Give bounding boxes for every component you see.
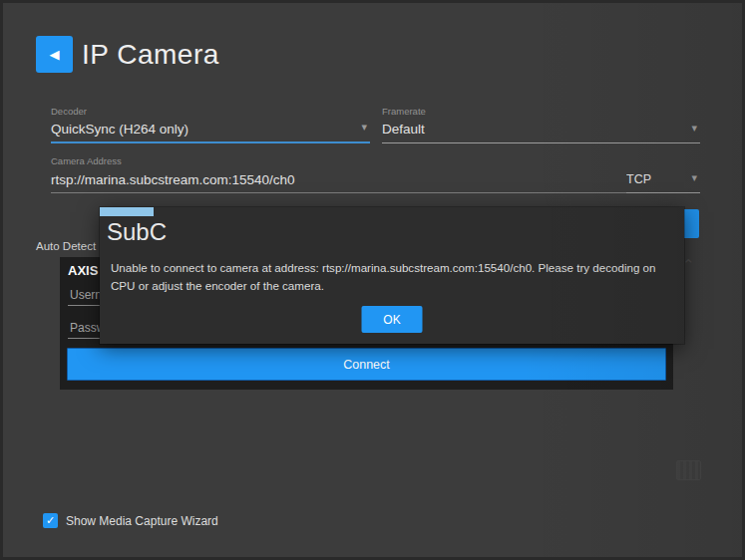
framerate-value: Default bbox=[382, 120, 700, 140]
decoder-label: Decoder bbox=[51, 106, 370, 117]
connect-button[interactable]: Connect bbox=[67, 348, 666, 381]
back-arrow-icon: ◀ bbox=[50, 47, 60, 62]
camera-address-field: Camera Address bbox=[51, 155, 649, 193]
page-title: IP Camera bbox=[82, 36, 219, 73]
camera-address-input[interactable] bbox=[51, 169, 649, 189]
chevron-down-icon: ▾ bbox=[691, 122, 697, 135]
transport-dropdown[interactable]: TCP ▾ bbox=[626, 155, 700, 193]
ok-button-label: OK bbox=[383, 313, 400, 327]
connect-button-label: Connect bbox=[343, 358, 390, 372]
camera-address-label: Camera Address bbox=[51, 155, 649, 166]
dialog-accent-bar bbox=[100, 207, 154, 216]
wizard-checkbox-label: Show Media Capture Wizard bbox=[66, 514, 218, 528]
dialog-title: SubC bbox=[107, 218, 167, 246]
dialog-message: Unable to connect to camera at address: … bbox=[111, 259, 675, 295]
camera-thumbnail-icon bbox=[676, 460, 701, 480]
chevron-down-icon: ▾ bbox=[361, 121, 367, 134]
error-dialog: SubC Unable to connect to camera at addr… bbox=[100, 207, 684, 344]
ok-button[interactable]: OK bbox=[362, 306, 423, 333]
back-button[interactable]: ◀ bbox=[36, 36, 73, 73]
framerate-dropdown[interactable]: Framerate Default ▾ bbox=[382, 106, 700, 143]
decoder-dropdown[interactable]: Decoder QuickSync (H264 only) ▾ bbox=[51, 106, 370, 143]
chevron-down-icon: ▾ bbox=[691, 171, 697, 184]
transport-value: TCP bbox=[626, 169, 700, 189]
auto-detect-label: Auto Detect bbox=[36, 240, 96, 252]
ip-camera-window: ◀ IP Camera Decoder QuickSync (H264 only… bbox=[0, 0, 745, 560]
decoder-value: QuickSync (H264 only) bbox=[51, 120, 370, 140]
check-icon: ✓ bbox=[46, 514, 55, 526]
wizard-checkbox-row: ✓ Show Media Capture Wizard bbox=[43, 513, 218, 528]
wizard-checkbox[interactable]: ✓ bbox=[43, 513, 58, 528]
framerate-label: Framerate bbox=[382, 106, 700, 117]
